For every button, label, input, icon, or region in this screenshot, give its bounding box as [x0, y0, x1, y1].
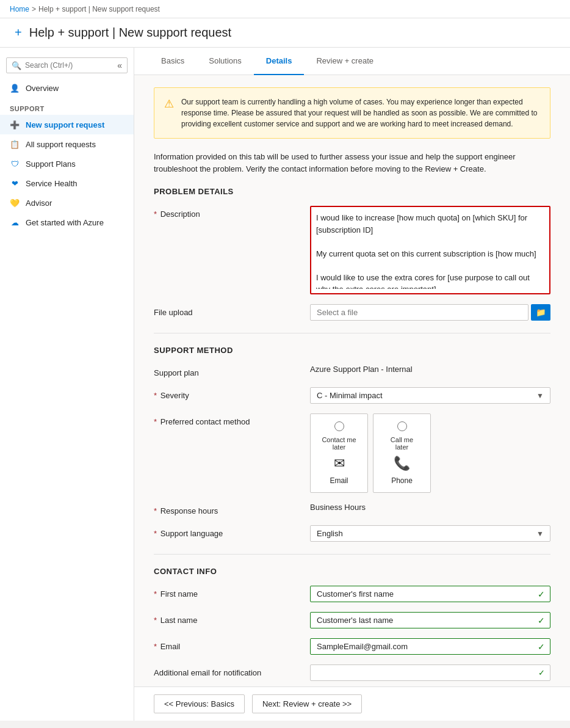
info-text: Information provided on this tab will be… [154, 151, 550, 175]
contact-method-control: Contact me later ✉ Email Call me later 📞… [310, 413, 550, 493]
response-hours-label: * Response hours [154, 503, 300, 515]
tab-review-create[interactable]: Review + create [304, 48, 386, 75]
sidebar-label-support-plans: Support Plans [26, 159, 76, 169]
sidebar-section: Support [0, 98, 134, 115]
description-label: * Description [154, 206, 300, 219]
support-plan-control: Azure Support Plan - Internal [310, 365, 550, 374]
sidebar-item-support-plans[interactable]: 🛡 Support Plans [0, 154, 134, 173]
last-name-required: * [154, 616, 157, 625]
folder-icon: 📁 [536, 308, 546, 317]
language-arrow-icon: ▼ [536, 530, 544, 538]
severity-dropdown[interactable]: C - Minimal impact ▼ [310, 387, 550, 404]
email-input[interactable] [311, 639, 538, 654]
severity-arrow-icon: ▼ [536, 391, 544, 400]
azure-icon: ☁ [10, 217, 20, 227]
details-content: ⚠ Our support team is currently handling… [134, 75, 570, 721]
sidebar-label-overview: Overview [26, 84, 59, 93]
breadcrumb-separator: > [32, 5, 36, 13]
description-textarea[interactable] [314, 209, 547, 289]
description-required: * [154, 209, 157, 219]
email-check-icon: ✓ [538, 642, 550, 652]
first-name-input[interactable] [311, 586, 538, 602]
file-upload-control: 📁 [310, 304, 550, 321]
sidebar-item-service-health[interactable]: ❤ Service Health [0, 173, 134, 193]
breadcrumb-home[interactable]: Home [10, 5, 29, 13]
tab-details[interactable]: Details [254, 48, 305, 75]
support-plan-value: Azure Support Plan - Internal [310, 361, 413, 374]
file-upload-row: File upload 📁 [154, 304, 550, 321]
email-required: * [154, 642, 157, 651]
sidebar-label-new-support: New support request [26, 120, 104, 129]
contact-phone-card[interactable]: Call me later 📞 Phone [373, 413, 431, 493]
search-input[interactable] [25, 61, 111, 70]
contact-method-required: * [154, 417, 157, 426]
contact-email-card[interactable]: Contact me later ✉ Email [310, 413, 368, 493]
email-row: * Email ✓ [154, 638, 550, 655]
radio-group: Contact me later ✉ Email Call me later 📞… [310, 413, 550, 493]
first-name-label: * First name [154, 586, 300, 599]
support-language-dropdown[interactable]: English ▼ [310, 525, 550, 542]
contact-email-radio[interactable] [334, 421, 344, 431]
sidebar-item-new-support[interactable]: ➕ New support request [0, 115, 134, 134]
sidebar-label-all-support: All support requests [26, 140, 96, 149]
response-hours-row: * Response hours Business Hours [154, 503, 550, 515]
description-wrapper [310, 206, 550, 294]
support-language-control: English ▼ [310, 525, 550, 542]
file-browse-button[interactable]: 📁 [531, 304, 550, 321]
contact-info-heading: CONTACT INFO [154, 567, 550, 576]
first-name-required: * [154, 589, 157, 599]
last-name-input[interactable] [311, 613, 538, 628]
sidebar-label-advisor: Advisor [26, 198, 52, 208]
sidebar-item-overview[interactable]: 👤 Overview [0, 78, 134, 98]
file-upload-label: File upload [154, 304, 300, 317]
sidebar-label-service-health: Service Health [26, 179, 78, 188]
breadcrumb-current: Help + support | New support request [38, 5, 160, 13]
email-icon: ✉ [334, 456, 345, 471]
support-plan-row: Support plan Azure Support Plan - Intern… [154, 365, 550, 377]
search-box[interactable]: 🔍 « [6, 57, 128, 73]
page-header-icon: + [15, 26, 22, 40]
additional-email-label: Additional email for notification [154, 664, 300, 677]
last-name-row: * Last name ✓ [154, 612, 550, 628]
severity-label: * Severity [154, 387, 300, 400]
severity-row: * Severity C - Minimal impact ▼ [154, 387, 550, 404]
warning-banner: ⚠ Our support team is currently handling… [154, 87, 550, 139]
new-support-icon: ➕ [10, 120, 20, 129]
tab-basics[interactable]: Basics [149, 48, 197, 75]
sidebar-item-all-support[interactable]: 📋 All support requests [0, 134, 134, 154]
response-hours-value: Business Hours [310, 499, 366, 512]
additional-email-input[interactable] [311, 665, 538, 680]
first-name-control: ✓ [310, 586, 550, 602]
phone-label: Phone [391, 476, 413, 485]
email-input-wrapper: ✓ [310, 638, 550, 655]
support-plans-icon: 🛡 [10, 159, 20, 169]
support-language-required: * [154, 529, 157, 538]
support-plan-label: Support plan [154, 365, 300, 377]
sidebar-label-get-started: Get started with Azure [26, 218, 104, 227]
breadcrumb: Home > Help + support | New support requ… [10, 5, 160, 13]
last-name-input-wrapper: ✓ [310, 612, 550, 628]
file-input[interactable] [310, 304, 529, 321]
description-control [310, 206, 550, 294]
top-bar: Home > Help + support | New support requ… [0, 0, 570, 18]
sidebar-item-advisor[interactable]: 💛 Advisor [0, 193, 134, 213]
contact-phone-radio[interactable] [397, 421, 407, 431]
additional-email-check-icon: ✓ [538, 668, 550, 677]
tab-solutions[interactable]: Solutions [197, 48, 253, 75]
contact-call-later-label: Call me later [383, 436, 420, 451]
tab-bar: Basics Solutions Details Review + create [134, 48, 570, 75]
main-layout: 🔍 « 👤 Overview Support ➕ New support req… [0, 48, 570, 721]
sidebar-item-get-started[interactable]: ☁ Get started with Azure [0, 213, 134, 232]
additional-email-control: ✓ [310, 664, 550, 681]
description-row: * Description [154, 206, 550, 294]
collapse-button[interactable]: « [117, 60, 122, 70]
next-button[interactable]: Next: Review + create >> [252, 694, 362, 713]
contact-email-later-label: Contact me later [320, 436, 358, 451]
first-name-row: * First name ✓ [154, 586, 550, 602]
all-support-icon: 📋 [10, 139, 20, 149]
email-label: * Email [154, 638, 300, 651]
problem-details-heading: PROBLEM DETAILS [154, 187, 550, 196]
prev-button[interactable]: << Previous: Basics [154, 694, 245, 713]
first-name-input-wrapper: ✓ [310, 586, 550, 602]
support-language-label: * Support language [154, 525, 300, 538]
